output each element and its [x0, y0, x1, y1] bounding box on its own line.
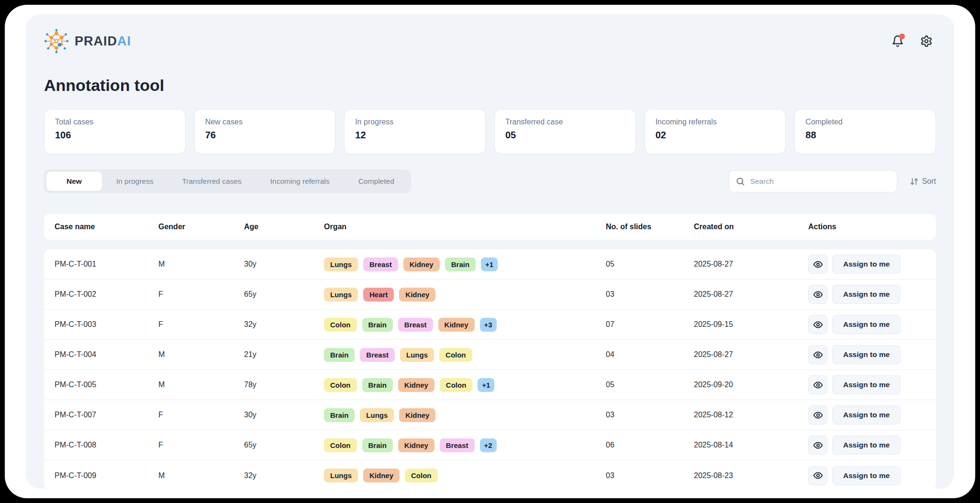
organ-cell: ColonBrainKidneyBreast+2 [324, 438, 606, 452]
stat-value: 05 [505, 130, 625, 141]
actions-cell: Assign to me [808, 345, 925, 364]
tab-new[interactable]: New [46, 172, 102, 191]
slides-cell: 04 [606, 350, 694, 359]
assign-to-me-button[interactable]: Assign to me [832, 436, 901, 455]
tab-transferred-cases[interactable]: Transferred cases [167, 172, 256, 191]
assign-to-me-button[interactable]: Assign to me [832, 345, 901, 364]
case-name-cell: PM-C-T-009 [55, 471, 158, 480]
slides-cell: 07 [606, 320, 694, 329]
stat-card-new-cases: New cases76 [194, 109, 336, 154]
slides-cell: 05 [606, 260, 694, 268]
table-row: PM-C-T-005M78yColonBrainKidneyColon+1052… [44, 370, 936, 400]
organ-tag-lungs: Lungs [400, 348, 434, 362]
brand-logo-icon [44, 29, 69, 54]
organ-more-badge[interactable]: +2 [480, 438, 497, 452]
actions-cell: Assign to me [808, 436, 925, 455]
sort-arrows-icon [910, 177, 919, 186]
column-header-organ: Organ [324, 223, 606, 231]
assign-to-me-button[interactable]: Assign to me [832, 466, 901, 485]
stat-value: 76 [205, 130, 325, 141]
tab-incoming-referrals[interactable]: Incoming referrals [256, 172, 344, 191]
organ-cell: BrainLungsKidney [324, 408, 606, 422]
brand-name: PRAIDAI [75, 34, 131, 49]
sort-button[interactable]: Sort [910, 177, 936, 186]
stat-value: 88 [805, 130, 925, 141]
settings-button[interactable] [920, 34, 933, 48]
case-name-cell: PM-C-T-005 [55, 380, 158, 389]
actions-cell: Assign to me [808, 315, 925, 334]
assign-to-me-button[interactable]: Assign to me [832, 285, 901, 304]
view-case-button[interactable] [808, 315, 827, 334]
organ-tag-brain: Brain [362, 318, 393, 332]
organ-tag-brain: Brain [324, 408, 355, 422]
organ-tag-brain: Brain [362, 438, 393, 452]
view-case-button[interactable] [808, 375, 827, 394]
eye-icon [813, 320, 823, 330]
slides-cell: 03 [606, 471, 694, 480]
organ-cell: BrainBreastLungsColon [324, 348, 606, 362]
organ-tag-kidney: Kidney [363, 469, 400, 482]
organ-tag-kidney: Kidney [399, 288, 435, 302]
created-on-cell: 2025-08-27 [694, 260, 808, 268]
stat-card-completed: Completed88 [794, 109, 936, 154]
brand-name-secondary: AI [117, 34, 131, 48]
organ-tag-kidney: Kidney [399, 408, 435, 422]
view-case-button[interactable] [808, 466, 827, 485]
header-icons [891, 34, 936, 48]
created-on-cell: 2025-08-14 [694, 441, 808, 449]
search-input[interactable] [729, 170, 897, 192]
stat-card-total-cases: Total cases106 [44, 109, 186, 154]
tab-completed[interactable]: Completed [344, 172, 409, 191]
age-cell: 30y [244, 260, 324, 268]
eye-icon [813, 350, 823, 360]
view-case-button[interactable] [808, 405, 827, 425]
organ-tag-colon: Colon [324, 318, 357, 332]
organ-cell: LungsKidneyColon [324, 469, 606, 482]
view-case-button[interactable] [808, 436, 827, 455]
eye-icon [813, 380, 823, 390]
organ-tag-brain: Brain [324, 348, 355, 362]
organ-tag-heart: Heart [363, 288, 394, 302]
table-body: PM-C-T-001M30yLungsBreastKidneyBrain+105… [44, 249, 936, 489]
stat-label: In progress [355, 118, 475, 126]
header-bar: PRAIDAI [44, 28, 936, 55]
organ-more-badge[interactable]: +1 [478, 378, 494, 392]
actions-cell: Assign to me [808, 375, 925, 394]
tab-in-progress[interactable]: In progress [102, 172, 168, 191]
view-case-button[interactable] [808, 345, 827, 364]
case-name-cell: PM-C-T-008 [55, 441, 158, 449]
created-on-cell: 2025-08-12 [694, 411, 808, 419]
gear-icon [920, 35, 933, 47]
organ-tag-breast: Breast [363, 257, 398, 271]
assign-to-me-button[interactable]: Assign to me [832, 255, 901, 274]
organ-tag-colon: Colon [439, 348, 472, 362]
assign-to-me-button[interactable]: Assign to me [832, 405, 901, 425]
brand-name-primary: PRAID [75, 34, 117, 48]
search-box [729, 170, 897, 192]
stat-label: Total cases [55, 118, 175, 126]
view-case-button[interactable] [808, 255, 827, 274]
organ-more-badge[interactable]: +1 [481, 257, 498, 271]
organ-tag-lungs: Lungs [324, 469, 358, 482]
organ-cell: ColonBrainBreastKidney+3 [324, 318, 606, 332]
organ-tag-colon: Colon [324, 378, 357, 392]
gender-cell: F [158, 320, 244, 329]
view-case-button[interactable] [808, 285, 827, 304]
assign-to-me-button[interactable]: Assign to me [832, 375, 901, 394]
search-icon [735, 177, 745, 186]
organ-tag-kidney: Kidney [398, 378, 434, 392]
stat-label: Transferred case [505, 118, 625, 126]
slides-cell: 03 [606, 290, 694, 299]
eye-icon [813, 259, 823, 269]
notifications-button[interactable] [891, 34, 904, 48]
case-name-cell: PM-C-T-004 [55, 350, 158, 359]
gender-cell: M [158, 471, 244, 480]
organ-more-badge[interactable]: +3 [480, 318, 497, 332]
column-header-no-of-slides: No. of slides [606, 223, 694, 231]
stat-card-transferred-case: Transferred case05 [494, 109, 636, 154]
actions-cell: Assign to me [808, 405, 925, 425]
eye-icon [813, 290, 823, 300]
assign-to-me-button[interactable]: Assign to me [832, 315, 901, 334]
column-header-case-name: Case name [55, 223, 158, 231]
created-on-cell: 2025-09-15 [694, 320, 808, 329]
